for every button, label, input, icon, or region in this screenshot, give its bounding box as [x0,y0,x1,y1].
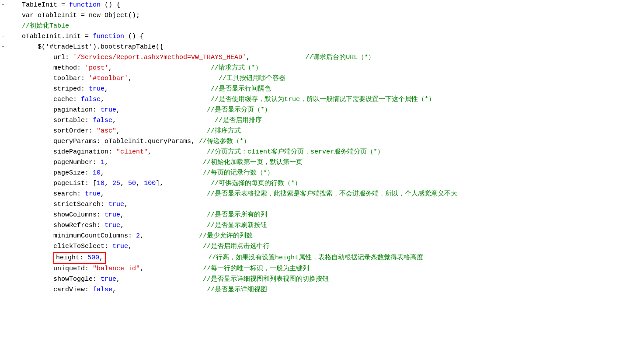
line-content: strictSearch: true, [22,199,644,209]
line-content: method: 'post', //请求方式（*） [22,63,644,73]
code-line-25: height: 500, //行高，如果没有设置height属性，表格自动根据记… [0,252,644,264]
code-line-1: - TableInit = function () { [0,0,644,10]
line-content: TableInit = function () { [22,0,644,10]
line-content: $('#tradeList').bootstrapTable({ [22,42,644,52]
code-line-18: pageList: [10, 25, 50, 100], //可供选择的每页的行… [0,178,644,189]
line-content: minimumCountColumns: 2, //最少允许的列数 [22,231,644,241]
code-line-14: queryParams: oTableInit.queryParams, //传… [0,136,644,147]
line-content: sortable: false, //是否启用排序 [22,115,644,126]
code-line-4: - oTableInit.Init = function () { [0,31,644,42]
code-line-19: search: true, //是否显示表格搜索，此搜索是客户端搜索，不会进服务… [0,189,644,199]
line-content: queryParams: oTableInit.queryParams, //传… [22,136,644,147]
code-line-10: cache: false, //是否使用缓存，默认为true，所以一般情况下需要… [0,94,644,105]
code-line-11: pagination: true, //是否显示分页（*） [0,105,644,115]
line-content: cache: false, //是否使用缓存，默认为true，所以一般情况下需要… [22,94,644,105]
line-content: pageNumber: 1, //初始化加载第一页，默认第一页 [22,157,644,168]
code-editor: - TableInit = function () { var oTableIn… [0,0,644,349]
line-content: toolbar: '#toolbar', //工具按钮用哪个容器 [22,73,644,84]
line-content: pageSize: 10, //每页的记录行数（*） [22,168,644,178]
line-content: height: 500, //行高，如果没有设置height属性，表格自动根据记… [22,252,644,264]
code-line-3: //初始化Table [0,21,644,31]
code-line-7: method: 'post', //请求方式（*） [0,63,644,73]
code-line-23: minimumCountColumns: 2, //最少允许的列数 [0,231,644,241]
code-line-9: striped: true, //是否显示行间隔色 [0,84,644,94]
line-content: showToggle: true, //是否显示详细视图和列表视图的切换按钮 [22,274,644,284]
fold-marker: - [0,42,6,52]
highlighted-height-line: height: 500, [53,252,106,264]
code-line-12: sortable: false, //是否启用排序 [0,115,644,126]
line-content: clickToSelect: true, //是否启用点击选中行 [22,241,644,251]
line-content: uniqueId: "balance_id", //每一行的唯一标识，一般为主键… [22,264,644,274]
line-content: showRefresh: true, //是否显示刷新按钮 [22,220,644,230]
fold-marker: - [0,31,6,42]
code-line-16: pageNumber: 1, //初始化加载第一页，默认第一页 [0,157,644,168]
fold-marker: - [0,0,6,10]
code-line-22: showRefresh: true, //是否显示刷新按钮 [0,220,644,231]
code-line-21: showColumns: true, //是否显示所有的列 [0,210,644,220]
code-line-5: - $('#tradeList').bootstrapTable({ [0,42,644,52]
line-content: var oTableInit = new Object(); [22,10,644,21]
code-line-13: sortOrder: "asc", //排序方式 [0,126,644,136]
line-content: search: true, //是否显示表格搜索，此搜索是客户端搜索，不会进服务… [22,189,644,199]
line-content: sidePagination: "client", //分页方式：client客… [22,147,644,157]
line-content: pageList: [10, 25, 50, 100], //可供选择的每页的行… [22,178,644,188]
line-content: pagination: true, //是否显示分页（*） [22,105,644,115]
line-content: url: '/Services/Report.ashx?method=VW_TR… [22,52,644,63]
code-line-15: sidePagination: "client", //分页方式：client客… [0,147,644,157]
code-line-6: url: '/Services/Report.ashx?method=VW_TR… [0,52,644,63]
code-line-20: strictSearch: true, [0,199,644,210]
code-line-17: pageSize: 10, //每页的记录行数（*） [0,168,644,178]
code-line-27: showToggle: true, //是否显示详细视图和列表视图的切换按钮 [0,274,644,285]
line-content: //初始化Table [22,21,644,31]
line-content: striped: true, //是否显示行间隔色 [22,84,644,94]
line-content: showColumns: true, //是否显示所有的列 [22,210,644,220]
line-content: sortOrder: "asc", //排序方式 [22,126,644,136]
line-content: cardView: false, //是否显示详细视图 [22,285,644,295]
line-content: oTableInit.Init = function () { [22,31,644,42]
code-line-26: uniqueId: "balance_id", //每一行的唯一标识，一般为主键… [0,264,644,274]
code-line-8: toolbar: '#toolbar', //工具按钮用哪个容器 [0,73,644,84]
code-line-2: var oTableInit = new Object(); [0,10,644,21]
code-line-24: clickToSelect: true, //是否启用点击选中行 [0,241,644,252]
code-line-28: cardView: false, //是否显示详细视图 [0,285,644,295]
